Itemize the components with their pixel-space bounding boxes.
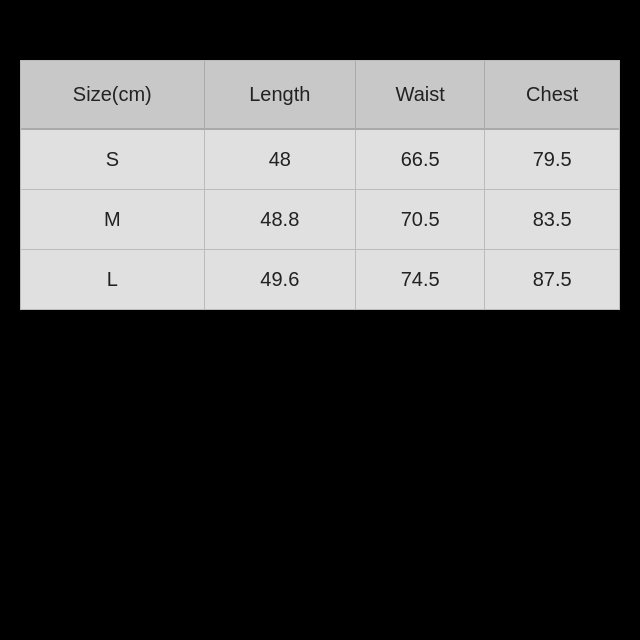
col-header-size: Size(cm) bbox=[21, 61, 204, 129]
cell-waist-2: 74.5 bbox=[356, 250, 485, 310]
cell-length-0: 48 bbox=[204, 129, 355, 190]
table-row: M48.870.583.5 bbox=[21, 190, 619, 250]
cell-size-1: M bbox=[21, 190, 204, 250]
cell-chest-1: 83.5 bbox=[485, 190, 619, 250]
size-chart-table: Size(cm) Length Waist Chest S4866.579.5M… bbox=[21, 61, 619, 309]
cell-waist-0: 66.5 bbox=[356, 129, 485, 190]
cell-size-2: L bbox=[21, 250, 204, 310]
cell-size-0: S bbox=[21, 129, 204, 190]
cell-chest-2: 87.5 bbox=[485, 250, 619, 310]
page-wrapper: Size(cm) Length Waist Chest S4866.579.5M… bbox=[0, 0, 640, 640]
cell-length-2: 49.6 bbox=[204, 250, 355, 310]
table-header-row: Size(cm) Length Waist Chest bbox=[21, 61, 619, 129]
col-header-chest: Chest bbox=[485, 61, 619, 129]
size-table-container: Size(cm) Length Waist Chest S4866.579.5M… bbox=[20, 60, 620, 310]
cell-chest-0: 79.5 bbox=[485, 129, 619, 190]
cell-length-1: 48.8 bbox=[204, 190, 355, 250]
table-row: S4866.579.5 bbox=[21, 129, 619, 190]
col-header-waist: Waist bbox=[356, 61, 485, 129]
cell-waist-1: 70.5 bbox=[356, 190, 485, 250]
col-header-length: Length bbox=[204, 61, 355, 129]
table-row: L49.674.587.5 bbox=[21, 250, 619, 310]
